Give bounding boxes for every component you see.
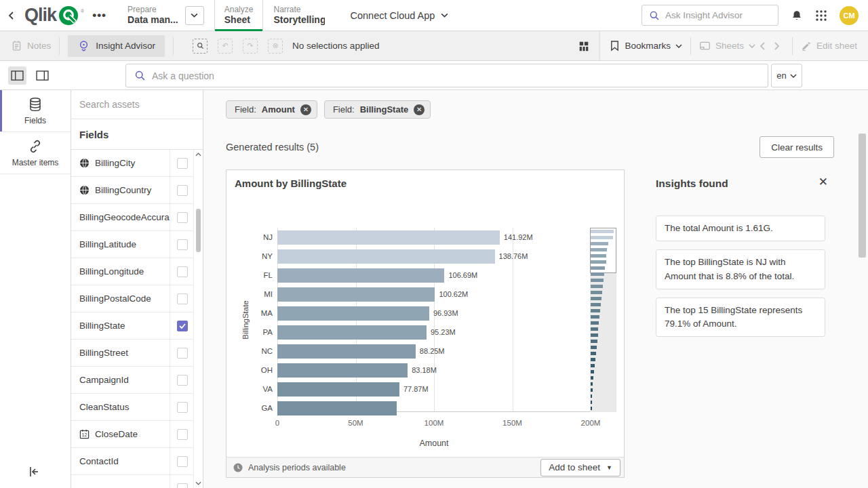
insight-advisor-search-input[interactable]: [665, 10, 760, 20]
divider: [59, 37, 60, 55]
field-row[interactable]: BillingLatitude: [71, 231, 203, 258]
main-scrollbar-thumb[interactable]: [859, 134, 866, 258]
field-checkbox[interactable]: [177, 483, 188, 488]
field-row[interactable]: BillingCountry: [71, 177, 203, 204]
rail-item-fields[interactable]: Fields: [0, 90, 71, 132]
field-chip[interactable]: Field: Amount✕: [226, 100, 317, 119]
insight-advisor-button[interactable]: Insight Advisor: [68, 35, 165, 57]
field-label: BillingStreet: [71, 348, 170, 358]
chart-minimap[interactable]: [590, 228, 616, 412]
close-icon[interactable]: ✕: [818, 175, 828, 189]
clear-results-button[interactable]: Clear results: [760, 136, 834, 158]
chart-bar[interactable]: [277, 344, 416, 359]
minimap-bar: [591, 364, 595, 367]
chart-bar[interactable]: [277, 249, 495, 264]
field-checkbox[interactable]: [177, 321, 188, 331]
edit-sheet-button[interactable]: Edit sheet: [801, 41, 857, 52]
field-checkbox[interactable]: [177, 293, 188, 304]
tab-narrate[interactable]: Narrate Storytelling: [263, 0, 335, 31]
bookmarks-button[interactable]: Bookmarks: [610, 40, 682, 52]
undo-icon[interactable]: ↶: [218, 39, 233, 54]
chart-bar[interactable]: [277, 287, 435, 302]
bar-value-label: 141.92M: [504, 230, 533, 245]
field-row[interactable]: BillingState: [71, 312, 203, 340]
notes-button[interactable]: Notes: [11, 40, 51, 52]
field-checkbox[interactable]: [177, 429, 188, 440]
pencil-icon: [801, 41, 812, 52]
field-row[interactable]: BillingPostalCode: [71, 285, 203, 312]
chart-bar[interactable]: [277, 306, 429, 321]
ask-question-search[interactable]: [125, 64, 768, 87]
insights-layout-icon[interactable]: [578, 40, 590, 52]
scrollbar-thumb[interactable]: [196, 209, 201, 252]
field-checkbox[interactable]: [177, 158, 188, 169]
field-row[interactable]: CampaignId: [71, 367, 203, 394]
next-sheet-icon[interactable]: [774, 41, 780, 51]
back-icon[interactable]: [0, 0, 23, 31]
chip-remove-icon[interactable]: ✕: [300, 104, 311, 115]
insight-card[interactable]: The total Amount is 1.61G.: [656, 216, 825, 241]
field-row[interactable]: BillingLongitude: [71, 258, 203, 285]
chart-bar[interactable]: [277, 325, 427, 340]
chart-bar[interactable]: [277, 268, 444, 283]
field-checkbox[interactable]: [177, 402, 188, 413]
field-chip[interactable]: Field: BillingState✕: [324, 100, 431, 119]
previous-sheet-icon[interactable]: [760, 41, 766, 51]
clear-selections-icon[interactable]: ⊗: [268, 39, 283, 54]
field-checkbox[interactable]: [177, 456, 188, 467]
smart-search-icon[interactable]: [193, 39, 208, 54]
field-row[interactable]: CleanStatus: [71, 394, 203, 421]
field-checkbox[interactable]: [177, 212, 188, 223]
add-to-sheet-label: Add to sheet: [549, 462, 600, 472]
assets-search[interactable]: [71, 90, 203, 119]
field-checkbox[interactable]: [177, 185, 188, 196]
chip-remove-icon[interactable]: ✕: [414, 104, 425, 115]
field-row[interactable]: BillingStreet: [71, 340, 203, 367]
right-panel-toggle-icon[interactable]: [33, 66, 52, 85]
assets-search-input[interactable]: [79, 99, 188, 110]
rail-item-master-items[interactable]: Master items: [0, 132, 71, 174]
insight-card[interactable]: The top 15 BillingState represents 79.1%…: [656, 298, 825, 338]
left-panel-toggle-icon[interactable]: [8, 66, 26, 85]
insight-card[interactable]: The top BillingState is NJ with Amount t…: [656, 249, 825, 289]
field-checkbox[interactable]: [177, 375, 188, 386]
add-to-sheet-button[interactable]: Add to sheet ▼: [540, 459, 620, 476]
fields-scrollbar[interactable]: [193, 150, 203, 488]
field-row[interactable]: [71, 475, 203, 488]
more-menu-icon[interactable]: •••: [92, 9, 106, 22]
chart-bar[interactable]: [277, 382, 399, 396]
field-name-text: BillingPostalCode: [79, 293, 151, 304]
tab-prepare[interactable]: Prepare Data man...: [117, 0, 214, 31]
divider: [173, 37, 174, 55]
tab-prepare-section: Prepare: [127, 5, 178, 14]
field-checkbox[interactable]: [177, 266, 188, 277]
field-row[interactable]: 12CloseDate: [71, 421, 203, 448]
chart-bar[interactable]: [277, 363, 408, 378]
bar-value-label: 100.62M: [439, 287, 468, 302]
sheets-button[interactable]: Sheets: [699, 40, 755, 52]
app-grid-icon[interactable]: [815, 9, 827, 22]
chart-bar[interactable]: [277, 401, 397, 415]
field-checkbox[interactable]: [177, 348, 188, 359]
field-name-text: ContactId: [79, 456, 119, 466]
notifications-bell-icon[interactable]: [791, 9, 803, 22]
user-avatar[interactable]: CM: [840, 6, 859, 25]
insight-advisor-search[interactable]: [642, 5, 778, 26]
chart-card[interactable]: Amount by BillingState BillingState NJNY…: [226, 169, 625, 478]
collapse-panel-icon[interactable]: [27, 465, 41, 479]
field-label: BillingPostalCode: [71, 293, 170, 304]
scroll-down-icon[interactable]: [195, 481, 201, 485]
field-checkbox[interactable]: [177, 239, 188, 250]
tab-analyze[interactable]: Analyze Sheet: [214, 0, 264, 31]
scroll-up-icon[interactable]: [195, 152, 201, 157]
chart-bar[interactable]: [277, 230, 500, 245]
redo-icon[interactable]: ↷: [243, 39, 258, 54]
ask-question-input[interactable]: [152, 70, 760, 81]
field-row[interactable]: BillingCity: [71, 150, 203, 177]
language-selector[interactable]: en: [771, 64, 802, 87]
prepare-dropdown-button[interactable]: [185, 6, 204, 25]
x-axis-tick: 0: [275, 419, 279, 427]
field-row[interactable]: ContactId: [71, 448, 203, 475]
field-row[interactable]: BillingGeocodeAccura...: [71, 204, 203, 231]
app-selector[interactable]: Connect Cloud App: [350, 10, 448, 21]
